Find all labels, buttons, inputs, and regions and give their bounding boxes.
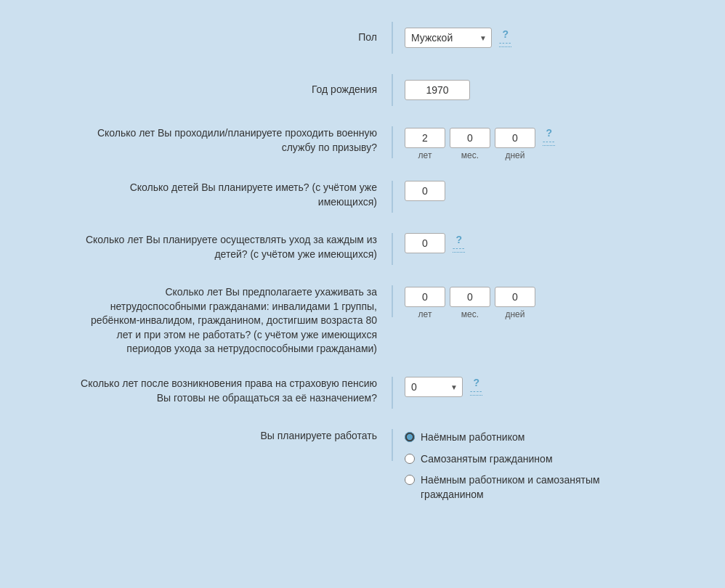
work-type-employed-radio[interactable] — [405, 432, 415, 442]
form-container: Пол Мужской Женский ? ---- Год рождения … — [65, 0, 660, 544]
military-help[interactable]: ? ---- — [543, 128, 555, 146]
birth-year-controls — [405, 80, 646, 100]
work-type-both-radio[interactable] — [405, 475, 415, 485]
pension-delay-select[interactable]: 0 1 2 3 4 5 6 7 8 9 10 — [405, 377, 463, 397]
military-duration-group: лет мес. дней — [405, 128, 535, 160]
gender-help-dots: ---- — [499, 39, 511, 47]
military-months-input[interactable] — [450, 128, 490, 148]
pension-delay-help-dots: ---- — [470, 388, 482, 396]
child-care-help-icon: ? — [455, 234, 462, 245]
row-separator — [392, 22, 393, 54]
military-years-input[interactable] — [405, 128, 445, 148]
military-service-row: Сколько лет Вы проходили/планируете прох… — [79, 126, 646, 160]
work-type-both-option[interactable]: Наёмным работником и самозанятым граждан… — [405, 473, 646, 502]
military-service-label: Сколько лет Вы проходили/планируете прох… — [79, 126, 392, 155]
row-separator — [392, 429, 393, 461]
military-months-item: мес. — [450, 128, 490, 160]
disabled-care-years-input[interactable] — [405, 287, 445, 307]
gender-row: Пол Мужской Женский ? ---- — [79, 22, 646, 54]
work-type-self-employed-radio[interactable] — [405, 454, 415, 464]
gender-controls: Мужской Женский ? ---- — [405, 28, 646, 48]
military-days-item: дней — [495, 128, 535, 160]
work-type-employed-option[interactable]: Наёмным работником — [405, 430, 646, 445]
row-separator — [392, 285, 393, 317]
military-years-item: лет — [405, 128, 445, 160]
child-care-row: Сколько лет Вы планируете осуществлять у… — [79, 233, 646, 265]
disabled-care-months-item: мес. — [450, 287, 490, 319]
disabled-care-duration-group: лет мес. дней — [405, 287, 535, 319]
military-service-controls: лет мес. дней ? ---- — [405, 126, 646, 160]
disabled-care-months-label: мес. — [461, 309, 479, 319]
row-separator — [392, 181, 393, 213]
pension-delay-row: Сколько лет после возникновения права на… — [79, 377, 646, 409]
pension-delay-help[interactable]: ? ---- — [470, 377, 482, 396]
disabled-care-controls: лет мес. дней — [405, 285, 646, 319]
military-days-input[interactable] — [495, 128, 535, 148]
row-separator — [392, 74, 393, 106]
work-type-employed-label: Наёмным работником — [421, 430, 524, 445]
pension-delay-label: Сколько лет после возникновения права на… — [79, 377, 392, 405]
gender-select-wrapper[interactable]: Мужской Женский — [405, 28, 492, 48]
children-count-label: Сколько детей Вы планируете иметь? (с уч… — [79, 181, 392, 209]
disabled-care-days-input[interactable] — [495, 287, 535, 307]
work-type-controls: Наёмным работником Самозанятым гражданин… — [405, 429, 646, 502]
military-months-label: мес. — [461, 150, 479, 160]
work-type-row: Вы планируете работать Наёмным работнико… — [79, 429, 646, 502]
work-type-self-employed-label: Самозанятым гражданином — [421, 452, 553, 467]
military-help-icon: ? — [546, 128, 552, 138]
child-care-help[interactable]: ? ---- — [453, 234, 465, 253]
disabled-care-years-label: лет — [418, 309, 432, 319]
gender-help-icon: ? — [502, 29, 509, 39]
military-days-label: дней — [505, 150, 524, 160]
disabled-care-months-input[interactable] — [450, 287, 490, 307]
military-years-label: лет — [418, 150, 432, 160]
work-type-label: Вы планируете работать — [79, 429, 392, 444]
children-count-input[interactable] — [405, 181, 445, 201]
disabled-care-years-item: лет — [405, 287, 445, 319]
disabled-care-days-item: дней — [495, 287, 535, 319]
children-count-controls — [405, 181, 646, 201]
military-help-dots: ---- — [543, 138, 555, 146]
child-care-controls: ? ---- — [405, 233, 646, 253]
gender-help[interactable]: ? ---- — [499, 29, 511, 47]
row-separator — [392, 126, 393, 158]
disabled-care-row: Сколько лет Вы предполагаете ухаживать з… — [79, 285, 646, 356]
pension-delay-select-wrapper[interactable]: 0 1 2 3 4 5 6 7 8 9 10 — [405, 377, 463, 397]
disabled-care-label: Сколько лет Вы предполагаете ухаживать з… — [79, 285, 392, 356]
disabled-care-days-label: дней — [505, 309, 524, 319]
child-care-label: Сколько лет Вы планируете осуществлять у… — [79, 233, 392, 261]
work-type-both-label: Наёмным работником и самозанятым граждан… — [421, 473, 646, 502]
child-care-input[interactable] — [405, 233, 445, 253]
children-count-row: Сколько детей Вы планируете иметь? (с уч… — [79, 181, 646, 213]
row-separator — [392, 233, 393, 265]
birth-year-label: Год рождения — [79, 83, 392, 97]
birth-year-row: Год рождения — [79, 74, 646, 106]
work-type-self-employed-option[interactable]: Самозанятым гражданином — [405, 452, 646, 467]
work-type-radio-group: Наёмным работником Самозанятым гражданин… — [405, 430, 646, 502]
birth-year-input[interactable] — [405, 80, 470, 100]
gender-select[interactable]: Мужской Женский — [405, 28, 492, 48]
pension-delay-controls: 0 1 2 3 4 5 6 7 8 9 10 ? ---- — [405, 377, 646, 397]
child-care-help-dots: ---- — [453, 245, 465, 253]
row-separator — [392, 377, 393, 409]
pension-delay-help-icon: ? — [473, 377, 479, 388]
gender-label: Пол — [79, 30, 392, 45]
